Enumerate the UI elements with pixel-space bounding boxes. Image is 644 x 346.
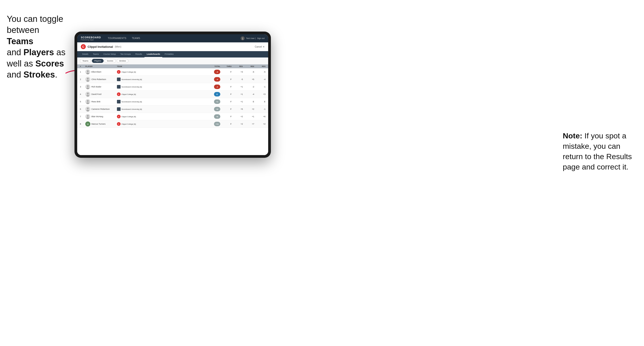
toggle-scores[interactable]: Scores bbox=[104, 59, 116, 63]
annotation-line1: You can toggle bbox=[7, 14, 63, 24]
total-cell: +1 bbox=[207, 99, 220, 104]
rd1-cell: +1 bbox=[232, 86, 243, 88]
toggle-teams[interactable]: Teams bbox=[80, 59, 91, 63]
note-label: Note: bbox=[563, 131, 582, 140]
annotation-bold-strokes: Strokes bbox=[24, 70, 55, 79]
thru-cell: F bbox=[220, 78, 232, 80]
rd1-cell: -5 bbox=[232, 78, 243, 80]
tab-teams[interactable]: Teams bbox=[91, 51, 101, 57]
thru-cell: F bbox=[220, 71, 232, 73]
rd3-cell: +3 bbox=[254, 93, 266, 95]
tab-results[interactable]: Results bbox=[133, 51, 144, 57]
player-avatar bbox=[85, 99, 90, 104]
tournament-gender: (Men) bbox=[115, 45, 122, 48]
team-logo-square bbox=[117, 107, 120, 111]
team-logo-square bbox=[117, 78, 120, 81]
tournament-name: Clippd Invitational bbox=[88, 45, 113, 48]
rd1-cell: +2 bbox=[232, 115, 243, 118]
player-cell: Rees Britt bbox=[85, 99, 117, 104]
total-cell: -4 bbox=[207, 77, 220, 82]
thru-cell: F bbox=[220, 115, 232, 118]
table-row: 4 David Ford C Clippd College [A] E F +1… bbox=[77, 91, 268, 98]
player-avatar bbox=[85, 114, 90, 119]
logo: SCOREBOARD Powered by clippd bbox=[81, 36, 101, 41]
annotation-bold-scores: Scores bbox=[36, 59, 64, 68]
toggle-area: Teams Players Scores Strokes bbox=[77, 57, 268, 64]
tournament-header: C Clippd Invitational (Men) Cancel ✕ bbox=[77, 42, 268, 51]
rd1-cell: +2 bbox=[232, 123, 243, 125]
nav-tournaments[interactable]: TOURNAMENTS bbox=[105, 34, 129, 42]
svg-point-8 bbox=[86, 80, 89, 82]
team-name: Scoreboard University [A] bbox=[122, 108, 142, 110]
tab-tee-groups[interactable]: Tee Groups bbox=[118, 51, 133, 57]
svg-point-17 bbox=[86, 102, 89, 104]
team-name: Clippd College [A] bbox=[122, 123, 136, 125]
rank: 3 bbox=[80, 86, 85, 88]
player-name: Blair McHarg bbox=[92, 115, 103, 118]
total-cell: E bbox=[207, 92, 220, 96]
svg-point-16 bbox=[87, 100, 89, 102]
col-rd2: RD2 bbox=[243, 65, 254, 67]
thru-cell: F bbox=[220, 86, 232, 88]
team-name: Clippd College [A] bbox=[122, 116, 136, 118]
team-logo-circle: C bbox=[117, 122, 120, 126]
toggle-strokes[interactable]: Strokes bbox=[117, 59, 129, 63]
right-annotation: Note: If you spot a mistake, you can ret… bbox=[563, 131, 635, 172]
left-annotation: You can toggle between Teams and Players… bbox=[7, 13, 68, 80]
team-cell: Scoreboard University [A] bbox=[117, 107, 162, 111]
rd2-cell: -6 bbox=[243, 71, 254, 73]
svg-point-4 bbox=[87, 70, 89, 72]
toggle-players[interactable]: Players bbox=[92, 59, 104, 63]
player-name: Rees Britt bbox=[92, 101, 100, 103]
rank: 5 bbox=[80, 101, 85, 103]
total-badge: +1 bbox=[214, 99, 220, 104]
tab-printables[interactable]: Printables bbox=[162, 51, 176, 57]
rd3-cell: -1 bbox=[254, 108, 266, 110]
nav-right: Test User | Sign out bbox=[241, 36, 264, 40]
team-logo-square bbox=[117, 85, 120, 89]
player-cell: Blair McHarg bbox=[85, 114, 117, 119]
tab-course-setup[interactable]: Course Setup bbox=[101, 51, 118, 57]
table-row: 6 Cameron Robertson Scoreboard Universit… bbox=[77, 106, 268, 113]
player-cell: Cameron Robertson bbox=[85, 107, 117, 112]
rd2-cell: +2 bbox=[243, 108, 254, 110]
table-row: 8 M Marcus Turners C Clippd College [A] … bbox=[77, 120, 268, 128]
cancel-button[interactable]: Cancel ✕ bbox=[255, 45, 264, 48]
player-avatar bbox=[85, 92, 90, 97]
rd3-cell: E bbox=[254, 101, 266, 103]
nav-teams[interactable]: TEAMS bbox=[129, 34, 143, 42]
sign-out-link[interactable]: Sign out bbox=[257, 37, 264, 39]
tablet-frame: SCOREBOARD Powered by clippd TOURNAMENTS… bbox=[74, 31, 271, 158]
total-cell: +11 bbox=[207, 122, 220, 126]
leaderboard-table: # PLAYER TEAM TOTAL THRU RD1 RD2 RD3 1 E… bbox=[77, 64, 268, 155]
rd1-cell: +1 bbox=[232, 93, 243, 95]
rank: 8 bbox=[80, 123, 85, 125]
table-body: 1 Elliot Ebert C Clippd College [A] -8 F… bbox=[77, 68, 268, 128]
rd2-cell: E bbox=[243, 101, 254, 103]
rd3-cell: +2 bbox=[254, 123, 266, 125]
rd2-cell: +7 bbox=[243, 123, 254, 125]
rank: 6 bbox=[80, 108, 85, 110]
svg-point-19 bbox=[87, 108, 89, 109]
svg-point-1 bbox=[242, 38, 243, 38]
team-cell: Scoreboard University [A] bbox=[117, 78, 162, 81]
team-logo-square bbox=[117, 100, 120, 103]
svg-point-23 bbox=[86, 117, 89, 119]
tournament-title-row: C Clippd Invitational (Men) bbox=[81, 44, 121, 49]
team-cell: C Clippd College [A] bbox=[117, 115, 162, 118]
annotation-bold-players: Players bbox=[24, 48, 54, 57]
player-name: Cameron Robertson bbox=[92, 108, 110, 110]
rd2-cell: +5 bbox=[243, 78, 254, 80]
tab-details[interactable]: Details bbox=[80, 51, 91, 57]
team-logo-circle: C bbox=[117, 92, 120, 96]
tournament-logo: C bbox=[81, 44, 86, 49]
tab-leaderboards[interactable]: Leaderboards bbox=[144, 51, 162, 57]
nav-user-text: Test User | bbox=[246, 37, 256, 39]
total-badge: +11 bbox=[214, 122, 220, 126]
team-cell: C Clippd College [A] bbox=[117, 70, 162, 74]
rank: 7 bbox=[80, 115, 85, 118]
logo-subtitle: Powered by clippd bbox=[81, 39, 101, 41]
total-cell: -2 bbox=[207, 85, 220, 89]
team-cell: Scoreboard University [A] bbox=[117, 100, 162, 103]
rd3-cell: +6 bbox=[254, 115, 266, 118]
